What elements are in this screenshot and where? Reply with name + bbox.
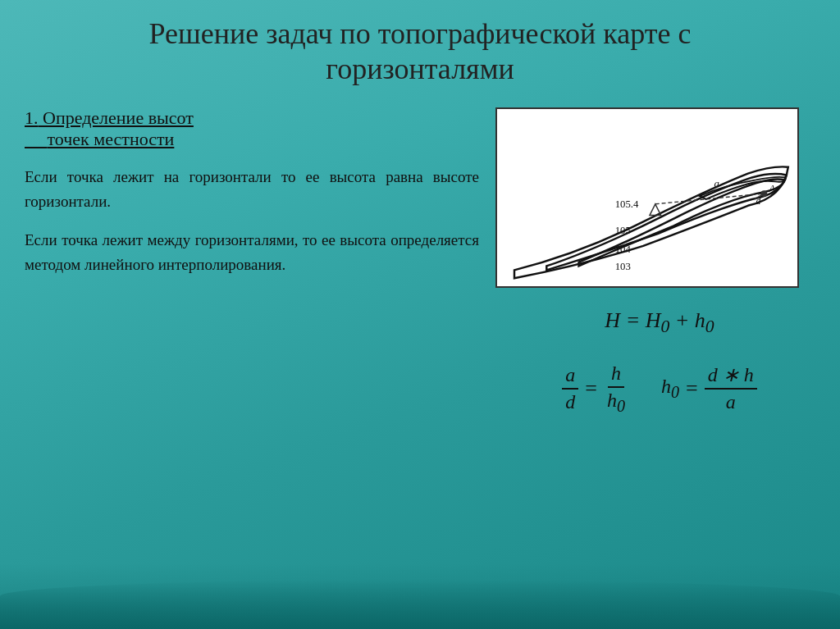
fraction-h0-formula: h0 = d ∗ h a bbox=[661, 363, 757, 413]
svg-rect-0 bbox=[498, 109, 796, 286]
formula-row: a d = h h0 h0 = d ∗ h bbox=[504, 362, 815, 416]
svg-text:105.4: 105.4 bbox=[615, 198, 639, 210]
fraction-a-d: a d bbox=[562, 364, 578, 413]
svg-text:104: 104 bbox=[615, 244, 632, 255]
fraction-h-h0-num: h bbox=[608, 362, 624, 388]
svg-text:103: 103 bbox=[615, 262, 631, 273]
svg-text:d: d bbox=[756, 196, 761, 207]
fraction-a-d-num: a bbox=[562, 364, 578, 390]
svg-text:105: 105 bbox=[615, 226, 631, 237]
paragraph-2: Если точка лежит между горизонталями, то… bbox=[25, 228, 479, 276]
right-column: 105.4 105 104 103 a A d bbox=[495, 107, 815, 415]
formula-main: H = H0 + h0 bbox=[605, 308, 714, 337]
fraction-dh-a-num: d ∗ h bbox=[705, 363, 757, 390]
fraction-dh-a: d ∗ h a bbox=[705, 363, 757, 413]
equals-1: = bbox=[585, 376, 597, 401]
svg-text:a: a bbox=[714, 179, 719, 190]
fraction-ad-hh0: a d = h h0 bbox=[562, 362, 628, 416]
content-area: 1. Определение высот точек местности Есл… bbox=[25, 107, 815, 415]
map-diagram: 105.4 105 104 103 a A d bbox=[495, 107, 799, 288]
paragraph-1: Если точка лежит на горизонтали то ее вы… bbox=[25, 165, 479, 213]
fraction-a-d-den: d bbox=[562, 390, 578, 413]
svg-text:A: A bbox=[768, 184, 775, 195]
h0-label: h0 bbox=[661, 376, 679, 402]
fraction-h-h0: h h0 bbox=[604, 362, 628, 416]
fraction-dh-a-den: a bbox=[723, 390, 739, 413]
formula-area: H = H0 + h0 a d = h h0 bbox=[495, 300, 815, 415]
main-container: Решение задач по топографической карте с… bbox=[0, 0, 840, 629]
left-column: 1. Определение высот точек местности Есл… bbox=[25, 107, 479, 415]
equals-2: = bbox=[686, 376, 698, 401]
section-heading: 1. Определение высот точек местности bbox=[25, 107, 479, 150]
page-title: Решение задач по топографической карте с… bbox=[25, 16, 815, 87]
fraction-h-h0-den: h0 bbox=[604, 388, 628, 416]
